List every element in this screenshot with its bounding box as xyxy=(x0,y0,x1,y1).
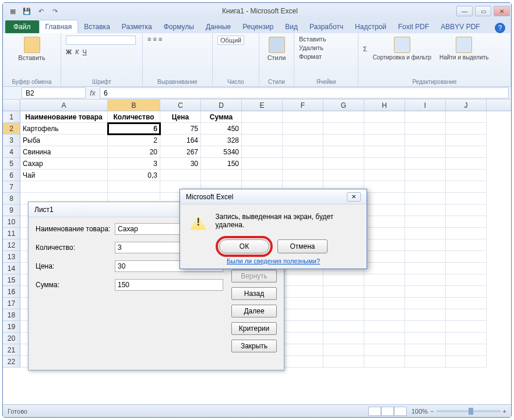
row-header[interactable]: 16 xyxy=(3,286,20,298)
cell[interactable] xyxy=(364,228,405,239)
cell[interactable] xyxy=(446,344,487,356)
row-header[interactable]: 18 xyxy=(3,309,20,321)
cell[interactable] xyxy=(283,274,323,286)
tab-abbyv[interactable]: ABBYV PDF xyxy=(435,20,485,33)
column-header[interactable]: E xyxy=(242,100,283,111)
cell[interactable] xyxy=(283,333,323,344)
cell[interactable] xyxy=(405,193,446,204)
cell[interactable] xyxy=(364,263,405,274)
cell[interactable]: 150 xyxy=(201,158,242,170)
cell[interactable] xyxy=(283,286,323,298)
row-header[interactable]: 17 xyxy=(3,298,20,309)
cell[interactable] xyxy=(405,135,446,146)
row-header[interactable]: 13 xyxy=(3,251,20,263)
cell[interactable] xyxy=(446,228,487,239)
cell[interactable] xyxy=(283,309,323,321)
cell[interactable] xyxy=(364,274,405,286)
row-header[interactable]: 3 xyxy=(3,135,20,146)
name-box[interactable]: B2 xyxy=(22,87,86,98)
maximize-button[interactable]: ▭ xyxy=(475,6,491,16)
cell[interactable] xyxy=(446,135,487,146)
cell[interactable] xyxy=(405,321,446,333)
tab-foxit[interactable]: Foxit PDF xyxy=(392,20,435,33)
italic-button[interactable]: К xyxy=(75,48,79,55)
column-header[interactable]: C xyxy=(160,100,201,111)
cell[interactable] xyxy=(446,274,487,286)
cell[interactable] xyxy=(364,286,405,298)
close-button[interactable]: ✕ xyxy=(494,6,510,16)
cell[interactable] xyxy=(323,135,364,146)
cell[interactable] xyxy=(405,111,446,123)
cell[interactable] xyxy=(364,333,405,344)
zoom-plus-button[interactable]: + xyxy=(503,408,506,415)
column-header[interactable]: F xyxy=(283,100,323,111)
cell[interactable]: 267 xyxy=(160,146,201,158)
cell[interactable]: 20 xyxy=(108,146,160,158)
cell[interactable] xyxy=(446,286,487,298)
redo-icon[interactable]: ↷ xyxy=(50,6,60,16)
view-layout-button[interactable] xyxy=(381,407,394,416)
tab-file[interactable]: Файл xyxy=(5,20,39,33)
cell[interactable] xyxy=(323,344,364,356)
cell[interactable] xyxy=(446,146,487,158)
cell[interactable] xyxy=(108,181,160,193)
cell[interactable] xyxy=(364,181,405,193)
cells-insert-button[interactable]: Вставить xyxy=(299,36,326,43)
row-header[interactable]: 21 xyxy=(3,344,20,356)
paste-button[interactable]: Вставить xyxy=(8,36,56,62)
cell[interactable] xyxy=(323,123,364,135)
message-ok-button[interactable]: ОК xyxy=(219,239,269,253)
cell[interactable] xyxy=(364,204,405,216)
view-break-button[interactable] xyxy=(394,407,407,416)
help-icon[interactable]: ? xyxy=(495,23,505,33)
cell[interactable] xyxy=(242,146,283,158)
message-help-link[interactable]: Были ли сведения полезными? xyxy=(227,257,320,264)
minimize-button[interactable]: — xyxy=(456,6,473,16)
cell[interactable]: 164 xyxy=(160,135,201,146)
cell[interactable] xyxy=(323,298,364,309)
row-header[interactable]: 11 xyxy=(3,228,20,239)
cell[interactable] xyxy=(364,170,405,181)
cell[interactable] xyxy=(283,170,323,181)
cell[interactable]: 75 xyxy=(160,123,201,135)
cell[interactable] xyxy=(405,274,446,286)
cell[interactable]: Рыба xyxy=(20,135,108,146)
cell[interactable] xyxy=(201,170,242,181)
cell[interactable]: 450 xyxy=(201,123,242,135)
cell[interactable]: Сахар xyxy=(20,158,108,170)
message-dialog-close-button[interactable]: ✕ xyxy=(347,192,361,202)
cell[interactable] xyxy=(283,298,323,309)
column-header[interactable]: J xyxy=(446,100,487,111)
cell[interactable] xyxy=(364,344,405,356)
cell[interactable] xyxy=(323,333,364,344)
tab-addin[interactable]: Надстрой xyxy=(349,20,392,33)
cell[interactable] xyxy=(405,123,446,135)
cell[interactable] xyxy=(283,344,323,356)
row-header[interactable]: 1 xyxy=(3,111,20,123)
column-header[interactable]: H xyxy=(364,100,405,111)
cell[interactable] xyxy=(283,135,323,146)
form-criteria-button[interactable]: Критерии xyxy=(231,322,277,335)
column-header[interactable]: G xyxy=(323,100,364,111)
tab-view[interactable]: Вид xyxy=(279,20,304,33)
sort-filter-button[interactable]: Сортировка и фильтр xyxy=(371,36,434,62)
cell[interactable] xyxy=(446,321,487,333)
cell[interactable] xyxy=(323,274,364,286)
cell[interactable] xyxy=(242,170,283,181)
bold-button[interactable]: Ж xyxy=(66,48,72,55)
cell[interactable]: Чай xyxy=(20,170,108,181)
cell[interactable] xyxy=(405,263,446,274)
row-header[interactable]: 9 xyxy=(3,204,20,216)
cell[interactable] xyxy=(242,111,283,123)
cell[interactable] xyxy=(364,251,405,263)
find-select-button[interactable]: Найти и выделить xyxy=(437,36,491,62)
row-header[interactable]: 14 xyxy=(3,263,20,274)
cell[interactable] xyxy=(405,204,446,216)
tab-layout[interactable]: Разметка xyxy=(116,20,158,33)
cell[interactable] xyxy=(283,111,323,123)
cell[interactable] xyxy=(364,135,405,146)
row-header[interactable]: 5 xyxy=(3,158,20,170)
cell[interactable] xyxy=(405,228,446,239)
tab-data[interactable]: Данные xyxy=(200,20,237,33)
cell[interactable] xyxy=(323,321,364,333)
